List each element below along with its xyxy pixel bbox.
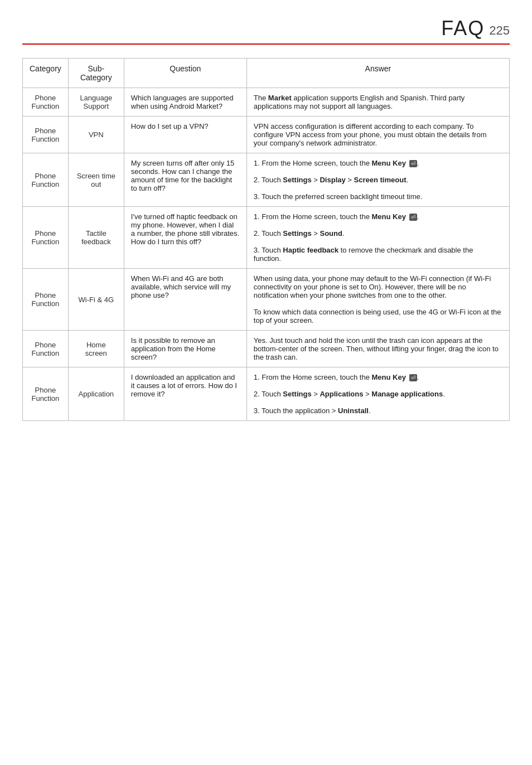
category-cell: Phone Function — [23, 269, 69, 331]
answer-cell: 1. From the Home screen, touch the Menu … — [246, 153, 509, 207]
subcategory-cell: VPN — [68, 117, 124, 153]
answer-cell: VPN access configuration is different ac… — [246, 117, 509, 153]
category-cell: Phone Function — [23, 117, 69, 153]
table-row: Phone FunctionTactile feedbackI've turne… — [23, 207, 510, 269]
table-row: Phone FunctionLanguage SupportWhich lang… — [23, 88, 510, 117]
question-cell: How do I set up a VPN? — [124, 117, 246, 153]
subcategory-cell: Application — [68, 367, 124, 421]
question-cell: I've turned off haptic feedback on my ph… — [124, 207, 246, 269]
answer-cell: The Market application supports English … — [246, 88, 509, 117]
table-row: Phone FunctionScreen time outMy screen t… — [23, 153, 510, 207]
faq-table: Category Sub-Category Question Answer Ph… — [22, 58, 510, 421]
category-cell: Phone Function — [23, 207, 69, 269]
col-header-answer: Answer — [246, 59, 509, 88]
page-header: FAQ 225 — [22, 17, 510, 45]
subcategory-cell: Language Support — [68, 88, 124, 117]
category-cell: Phone Function — [23, 331, 69, 367]
table-row: Phone FunctionApplicationI downloaded an… — [23, 367, 510, 421]
table-row: Phone FunctionWi-Fi & 4GWhen Wi-Fi and 4… — [23, 269, 510, 331]
page-title: FAQ — [441, 17, 485, 40]
page: FAQ 225 Category Sub-Category Question A… — [0, 0, 532, 765]
col-header-subcategory: Sub-Category — [68, 59, 124, 88]
category-cell: Phone Function — [23, 367, 69, 421]
question-cell: When Wi-Fi and 4G are both available, wh… — [124, 269, 246, 331]
table-row: Phone FunctionHome screenIs it possible … — [23, 331, 510, 367]
subcategory-cell: Screen time out — [68, 153, 124, 207]
col-header-question: Question — [124, 59, 246, 88]
category-cell: Phone Function — [23, 88, 69, 117]
page-number: 225 — [489, 23, 510, 38]
answer-cell: Yes. Just touch and hold the icon until … — [246, 331, 509, 367]
answer-cell: 1. From the Home screen, touch the Menu … — [246, 207, 509, 269]
question-cell: I downloaded an application and it cause… — [124, 367, 246, 421]
question-cell: Which languages are supported when using… — [124, 88, 246, 117]
category-cell: Phone Function — [23, 153, 69, 207]
subcategory-cell: Home screen — [68, 331, 124, 367]
question-cell: My screen turns off after only 15 second… — [124, 153, 246, 207]
question-cell: Is it possible to remove an application … — [124, 331, 246, 367]
answer-cell: When using data, your phone may default … — [246, 269, 509, 331]
subcategory-cell: Tactile feedback — [68, 207, 124, 269]
answer-cell: 1. From the Home screen, touch the Menu … — [246, 367, 509, 421]
table-row: Phone FunctionVPNHow do I set up a VPN?V… — [23, 117, 510, 153]
col-header-category: Category — [23, 59, 69, 88]
subcategory-cell: Wi-Fi & 4G — [68, 269, 124, 331]
